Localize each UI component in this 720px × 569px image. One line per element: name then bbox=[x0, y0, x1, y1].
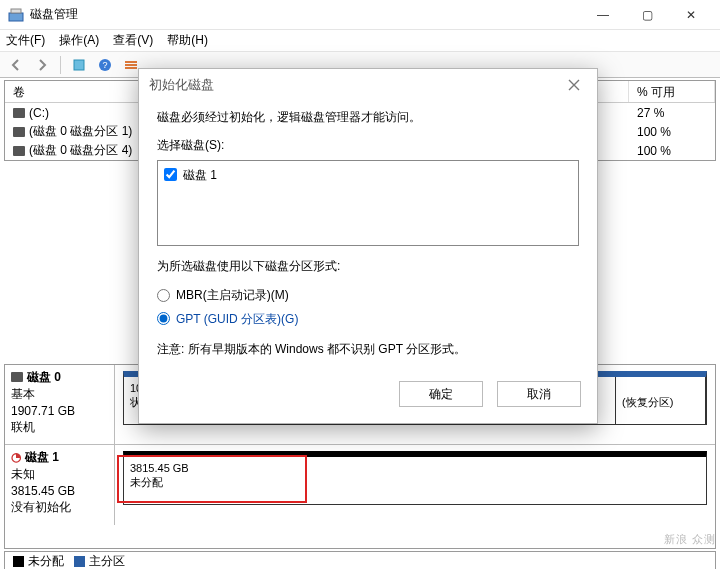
disk-size: 3815.45 GB bbox=[11, 483, 108, 500]
app-icon bbox=[8, 7, 24, 23]
menu-file[interactable]: 文件(F) bbox=[6, 32, 45, 49]
init-disk-dialog: 初始化磁盘 磁盘必须经过初始化，逻辑磁盘管理器才能访问。 选择磁盘(S): 磁盘… bbox=[138, 68, 598, 424]
gpt-radio[interactable] bbox=[157, 312, 170, 325]
disk-status: 没有初始化 bbox=[11, 499, 108, 516]
back-icon[interactable] bbox=[6, 55, 26, 75]
gpt-option[interactable]: GPT (GUID 分区表)(G) bbox=[157, 309, 579, 329]
dialog-close-icon[interactable] bbox=[561, 72, 587, 98]
minimize-button[interactable]: — bbox=[582, 1, 624, 29]
volume-pctfree: 100 % bbox=[629, 144, 715, 158]
watermark: 新浪 众测 bbox=[664, 532, 716, 547]
col-volume[interactable]: 卷 bbox=[5, 81, 160, 102]
menu-help[interactable]: 帮助(H) bbox=[167, 32, 208, 49]
disk-type: 基本 bbox=[11, 386, 108, 403]
mbr-radio[interactable] bbox=[157, 289, 170, 302]
volume-icon bbox=[13, 146, 25, 156]
dialog-title: 初始化磁盘 bbox=[149, 76, 561, 94]
ok-button[interactable]: 确定 bbox=[399, 381, 483, 407]
select-disk-label: 选择磁盘(S): bbox=[157, 135, 579, 155]
volume-icon bbox=[13, 108, 25, 118]
volume-name: (磁盘 0 磁盘分区 1) bbox=[29, 123, 132, 140]
menu-action[interactable]: 操作(A) bbox=[59, 32, 99, 49]
dialog-buttons: 确定 取消 bbox=[139, 373, 597, 423]
col-pctfree[interactable]: % 可用 bbox=[629, 81, 715, 102]
svg-rect-7 bbox=[125, 67, 137, 69]
disk-icon bbox=[11, 372, 23, 382]
uninit-icon: ◔ bbox=[11, 449, 21, 466]
svg-rect-1 bbox=[11, 9, 21, 13]
disk-1-info[interactable]: ◔磁盘 1 未知 3815.45 GB 没有初始化 bbox=[5, 445, 115, 525]
forward-icon[interactable] bbox=[32, 55, 52, 75]
disk-1-checkbox[interactable] bbox=[164, 168, 177, 181]
menubar: 文件(F) 操作(A) 查看(V) 帮助(H) bbox=[0, 30, 720, 52]
legend: 未分配 主分区 bbox=[4, 551, 716, 569]
menu-view[interactable]: 查看(V) bbox=[113, 32, 153, 49]
highlight-box bbox=[117, 455, 307, 503]
svg-text:?: ? bbox=[102, 60, 107, 70]
partition-style-label: 为所选磁盘使用以下磁盘分区形式: bbox=[157, 256, 579, 276]
volume-name: (C:) bbox=[29, 106, 49, 120]
dialog-intro: 磁盘必须经过初始化，逻辑磁盘管理器才能访问。 bbox=[157, 107, 579, 127]
disk-type: 未知 bbox=[11, 466, 108, 483]
cancel-button[interactable]: 取消 bbox=[497, 381, 581, 407]
window-controls: — ▢ ✕ bbox=[582, 1, 712, 29]
window-title: 磁盘管理 bbox=[30, 6, 582, 23]
legend-primary: 主分区 bbox=[74, 553, 125, 570]
gpt-label: GPT (GUID 分区表)(G) bbox=[176, 309, 298, 329]
disk-name: 磁盘 0 bbox=[27, 369, 61, 386]
svg-rect-2 bbox=[74, 60, 84, 70]
disk-1-panel: ◔磁盘 1 未知 3815.45 GB 没有初始化 3815.45 GB 未分配 bbox=[5, 445, 715, 525]
svg-rect-6 bbox=[125, 64, 137, 66]
disk-status: 联机 bbox=[11, 419, 108, 436]
mbr-label: MBR(主启动记录)(M) bbox=[176, 285, 289, 305]
disk-1-checkbox-row[interactable]: 磁盘 1 bbox=[164, 165, 572, 185]
disk-0-info[interactable]: 磁盘 0 基本 1907.71 GB 联机 bbox=[5, 365, 115, 444]
toolbar-separator bbox=[60, 56, 61, 74]
svg-rect-0 bbox=[9, 13, 23, 21]
legend-unallocated: 未分配 bbox=[13, 553, 64, 570]
disk-size: 1907.71 GB bbox=[11, 403, 108, 420]
close-button[interactable]: ✕ bbox=[670, 1, 712, 29]
maximize-button[interactable]: ▢ bbox=[626, 1, 668, 29]
disk-1-label: 磁盘 1 bbox=[183, 165, 217, 185]
dialog-note: 注意: 所有早期版本的 Windows 都不识别 GPT 分区形式。 bbox=[157, 339, 579, 359]
disk-select-list[interactable]: 磁盘 1 bbox=[157, 160, 579, 246]
titlebar: 磁盘管理 — ▢ ✕ bbox=[0, 0, 720, 30]
mbr-option[interactable]: MBR(主启动记录)(M) bbox=[157, 285, 579, 305]
disk-0-seg-recovery[interactable]: (恢复分区) bbox=[616, 377, 706, 424]
svg-rect-5 bbox=[125, 61, 137, 63]
volume-icon bbox=[13, 127, 25, 137]
help-icon[interactable]: ? bbox=[95, 55, 115, 75]
dialog-titlebar: 初始化磁盘 bbox=[139, 69, 597, 101]
volume-name: (磁盘 0 磁盘分区 4) bbox=[29, 142, 132, 159]
dialog-body: 磁盘必须经过初始化，逻辑磁盘管理器才能访问。 选择磁盘(S): 磁盘 1 为所选… bbox=[139, 101, 597, 373]
disk-name: 磁盘 1 bbox=[25, 449, 59, 466]
refresh-icon[interactable] bbox=[69, 55, 89, 75]
volume-pctfree: 100 % bbox=[629, 125, 715, 139]
volume-pctfree: 27 % bbox=[629, 106, 715, 120]
